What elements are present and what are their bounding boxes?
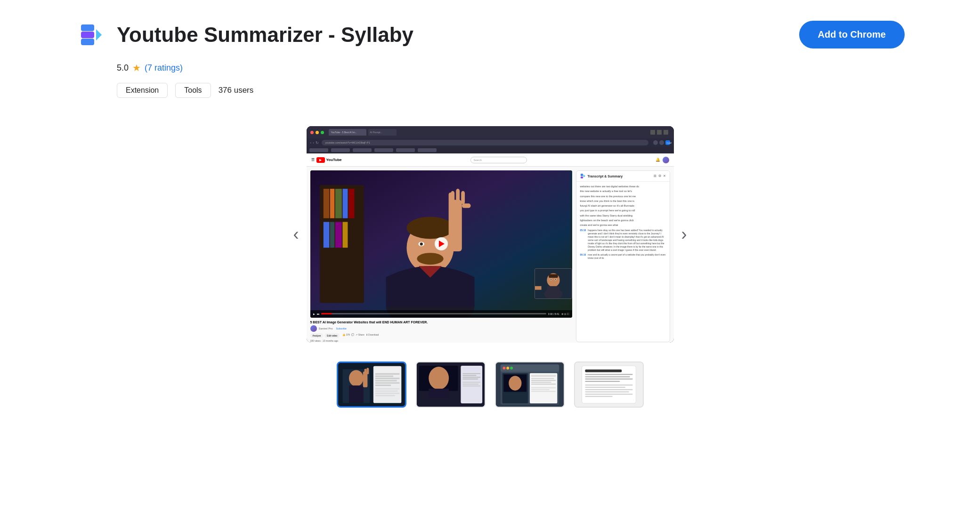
thumbnail-3[interactable] <box>495 361 565 408</box>
thumb-4-content <box>575 362 643 407</box>
transcript-text: websites out there are two digital websi… <box>580 185 666 227</box>
svg-rect-71 <box>462 377 480 377</box>
svg-rect-41 <box>581 174 583 176</box>
transcript-line-4: know which one you think is the best thi… <box>580 199 666 203</box>
panel-title: Transcript & Summary <box>588 175 623 178</box>
svg-point-79 <box>502 367 505 369</box>
browser-mock: YouTube - 5 Best AI Im... AI Prompt... <box>307 126 674 343</box>
svg-rect-90 <box>531 384 556 385</box>
channel-name: Santrel Pro <box>319 327 333 330</box>
svg-rect-102 <box>585 387 625 388</box>
svg-rect-27 <box>456 189 460 203</box>
svg-rect-7 <box>323 189 329 218</box>
svg-rect-74 <box>462 384 478 385</box>
svg-rect-57 <box>375 382 399 384</box>
carousel-prev-button[interactable]: ‹ <box>286 217 307 252</box>
svg-rect-52 <box>375 368 399 373</box>
transcript-line-2: this new website is actually a free tool… <box>580 189 666 193</box>
svg-rect-12 <box>323 222 329 248</box>
transcript-line-3: compare this new one to the previous one… <box>580 194 666 198</box>
svg-rect-11 <box>348 189 354 218</box>
analyze-button[interactable]: Analyze <box>310 333 324 338</box>
timestamp-entry-2: 06:16 now and its actually a secret part… <box>580 253 666 260</box>
svg-rect-49 <box>364 369 366 374</box>
svg-rect-97 <box>585 374 632 375</box>
svg-rect-105 <box>585 394 632 394</box>
svg-point-19 <box>406 217 454 239</box>
svg-rect-88 <box>531 380 556 381</box>
bookmark-item <box>418 148 437 152</box>
svg-rect-70 <box>462 375 476 376</box>
video-actions: Analyze Edit video 👍 378 💬 ↗ Share ⬇ Dow… <box>310 333 572 338</box>
svg-rect-62 <box>375 395 395 396</box>
svg-rect-9 <box>335 189 341 218</box>
browser-url-bar[interactable]: youtube.com/watch?v=MCUr03bqF-P1 <box>322 140 648 145</box>
bookmark-item <box>374 148 393 152</box>
video-info-section: 5 BEST AI Image Generator Websites that … <box>310 321 572 342</box>
bookmark-item <box>309 148 328 152</box>
transcript-line-5: futurgl AI slash art generator so it's a… <box>580 204 666 208</box>
svg-point-38 <box>550 279 551 280</box>
thumbnail-4[interactable] <box>574 361 644 408</box>
person-thumbnail-overlay <box>535 268 572 299</box>
svg-rect-60 <box>375 390 397 392</box>
browser-bookmarks <box>307 147 674 153</box>
youtube-search-bar[interactable]: Search <box>470 157 527 163</box>
timestamp-text-2: now and its actually a secret part of a … <box>588 253 665 260</box>
svg-rect-47 <box>349 386 364 403</box>
svg-rect-53 <box>375 373 399 375</box>
svg-rect-10 <box>342 189 348 218</box>
svg-point-24 <box>417 253 443 265</box>
thumbnail-1[interactable] <box>337 361 406 408</box>
transcript-line-7: with the same idea Starry Starry dual wi… <box>580 214 666 217</box>
carousel-next-button[interactable]: › <box>674 217 695 252</box>
svg-rect-33 <box>535 286 542 290</box>
channel-row: Santrel Pro Subscribe <box>310 325 572 332</box>
svg-rect-56 <box>375 380 397 381</box>
svg-rect-68 <box>462 368 480 371</box>
ratings-link[interactable]: (7 ratings) <box>145 63 183 73</box>
svg-rect-89 <box>531 382 551 383</box>
timestamp-1: 05:16 <box>580 229 586 252</box>
play-button[interactable] <box>435 237 448 250</box>
thumbnail-2[interactable] <box>416 361 486 408</box>
svg-rect-86 <box>531 375 556 377</box>
play-triangle <box>439 241 445 247</box>
svg-rect-29 <box>448 193 452 203</box>
syllaby-panel: Transcript & Summary ⊞ ⚙ ✕ <box>576 170 670 342</box>
extension-logo <box>75 19 107 51</box>
video-progress-bar[interactable] <box>321 313 546 314</box>
svg-rect-96 <box>585 369 622 372</box>
svg-rect-100 <box>585 381 620 382</box>
edit-video-button[interactable]: Edit video <box>324 333 340 338</box>
svg-rect-104 <box>585 392 629 393</box>
tag-tools: Tools <box>175 83 211 98</box>
svg-rect-61 <box>375 393 399 394</box>
svg-rect-93 <box>531 391 556 392</box>
browser-address-bar: ‹ › ↻ youtube.com/watch?v=MCUr03bqF-P1 I… <box>307 138 674 147</box>
svg-rect-1 <box>81 24 94 31</box>
svg-point-22 <box>420 242 422 245</box>
svg-rect-83 <box>530 373 557 403</box>
youtube-main: ☰ ▶ YouTube Search <box>307 153 674 343</box>
bookmark-item <box>396 148 415 152</box>
thumbnails-strip <box>75 361 905 408</box>
browser-top-bar: YouTube - 5 Best AI Im... AI Prompt... <box>307 126 674 138</box>
svg-rect-14 <box>335 222 341 248</box>
add-to-chrome-button[interactable]: Add to Chrome <box>799 21 905 48</box>
svg-rect-101 <box>585 385 632 386</box>
video-player[interactable]: ▶ ⏭ 0:00 / 8:41 ⚙ ⊡ <box>310 170 572 318</box>
svg-rect-103 <box>585 389 632 390</box>
browser-content: ☰ ▶ YouTube Search <box>307 153 674 343</box>
svg-rect-91 <box>531 387 556 388</box>
svg-marker-42 <box>583 175 585 177</box>
svg-rect-87 <box>531 378 554 379</box>
rating-section: 5.0 ★ (7 ratings) <box>117 62 905 73</box>
bookmark-item <box>331 148 350 152</box>
svg-point-80 <box>506 367 509 369</box>
svg-rect-92 <box>531 389 549 390</box>
browser-minimize-dot <box>316 131 319 134</box>
video-player-area: ▶ ⏭ 0:00 / 8:41 ⚙ ⊡ <box>310 170 572 342</box>
svg-rect-66 <box>429 389 449 398</box>
star-icon: ★ <box>132 62 141 73</box>
